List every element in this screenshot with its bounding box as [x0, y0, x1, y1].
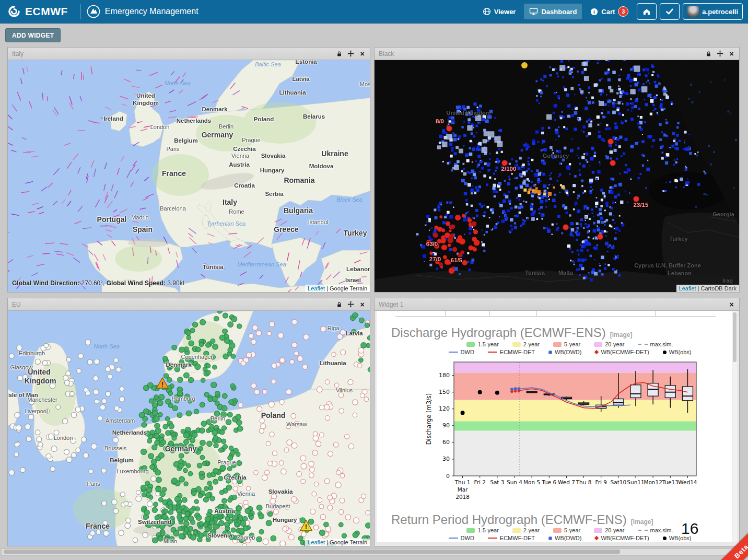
eu-map[interactable]: North SeaRigaLatviaEdinburghGlasgowCopen…	[8, 311, 370, 546]
map-label: Tunisia	[525, 270, 545, 276]
svg-text:Tue13: Tue13	[662, 479, 679, 485]
lock-icon[interactable]	[336, 50, 343, 57]
svg-text:90: 90	[442, 422, 450, 429]
map-label: Croatia	[234, 182, 255, 189]
confirm-button[interactable]	[660, 3, 680, 20]
station-value-label: 27/0	[429, 256, 441, 262]
map-label: Poland	[254, 116, 274, 122]
map-label: Paris	[166, 146, 179, 152]
widget-black-header[interactable]: Black ×	[375, 48, 739, 60]
map-label: Serbia	[265, 191, 283, 197]
map-label: Czechia	[233, 146, 255, 152]
map-label: Portugal	[97, 215, 127, 224]
widget-eu-header[interactable]: EU ×	[8, 298, 370, 311]
user-avatar	[687, 6, 699, 17]
map-label: United	[136, 92, 155, 99]
svg-text:Sat 3: Sat 3	[490, 479, 504, 485]
nav-cart[interactable]: i Cart 3	[585, 3, 634, 20]
svg-text:Wed14: Wed14	[678, 479, 697, 485]
map-label: Cyprus U.N. Buffer Zone	[634, 262, 701, 269]
widget-title: Italy	[12, 50, 24, 57]
map-label: Spain	[133, 225, 153, 234]
svg-text:60: 60	[442, 439, 450, 446]
map-label: Madrid	[131, 214, 149, 220]
svg-text:0: 0	[446, 473, 450, 480]
leaflet-link[interactable]: Leaflet	[679, 285, 696, 291]
top-bar: ECMWF Emergency Management Viewer Dashbo…	[0, 0, 748, 24]
vertical-scrollbar[interactable]	[732, 311, 737, 542]
emergency-management-logo-icon	[86, 4, 101, 19]
close-icon[interactable]: ×	[359, 50, 366, 57]
map-label: Rome	[229, 208, 244, 215]
warning-icon[interactable]: !	[156, 377, 169, 391]
map-label: Turkey	[669, 236, 687, 242]
map-label: Hungary	[260, 167, 285, 173]
svg-text:Tue 6: Tue 6	[541, 479, 556, 485]
warning-icon[interactable]: !	[299, 520, 313, 534]
map-label: Ukraine	[321, 149, 348, 158]
leaflet-link[interactable]: Leaflet	[308, 285, 325, 291]
scrollbar-thumb[interactable]	[733, 312, 737, 362]
map-label: Slovakia	[261, 153, 286, 159]
widget-one-header[interactable]: Widget 1 ×	[375, 298, 739, 311]
move-icon[interactable]	[347, 301, 354, 308]
close-icon[interactable]: ×	[728, 301, 735, 308]
svg-text:Discharge (m3/s): Discharge (m3/s)	[425, 393, 433, 445]
user-button[interactable]: a.petrocelli	[683, 3, 743, 20]
dashboard-monitor-icon	[529, 7, 538, 16]
ecmwf-brand[interactable]: ECMWF	[0, 5, 75, 18]
legend-item: 2-year	[512, 527, 540, 533]
svg-text:!: !	[305, 523, 307, 531]
map-label: Baltic Sea	[255, 61, 281, 67]
map-label: Guernsey	[543, 153, 569, 159]
check-icon	[665, 8, 674, 15]
close-icon[interactable]: ×	[728, 50, 735, 57]
svg-text:2018: 2018	[455, 494, 470, 500]
station-value-label: 63/0	[426, 241, 438, 247]
svg-text:Fri 2: Fri 2	[474, 479, 486, 485]
map-label: Israel	[345, 277, 361, 283]
map-label: Lithuania	[279, 89, 306, 96]
black-map[interactable]: United KingdomGuernseyTurkeyGeorgiaTunis…	[375, 60, 739, 292]
map-label: Istanbul	[308, 219, 329, 225]
svg-text:150: 150	[439, 389, 450, 395]
section-title-return-period: Return Period Hydrograph (ECMWF-ENS)[ima…	[391, 512, 653, 527]
legend-item: 20-year	[594, 527, 624, 533]
map-label: Austria	[229, 161, 250, 168]
move-icon[interactable]	[717, 50, 723, 57]
map-label: North Sea	[165, 80, 191, 86]
widget-italy-header[interactable]: Italy ×	[8, 48, 370, 60]
nav-viewer[interactable]: Viewer	[477, 4, 521, 19]
leaflet-link[interactable]: Leaflet	[308, 539, 325, 545]
lock-icon[interactable]	[705, 50, 712, 57]
map-label: Iraq	[722, 277, 733, 284]
section-title-discharge: Discharge Hydrograph (ECMWF-ENS)[image]	[391, 325, 632, 340]
widget-one-content[interactable]: Discharge Hydrograph (ECMWF-ENS)[image] …	[377, 311, 737, 542]
legend-item: DWD	[449, 349, 474, 355]
svg-text:Mon 5: Mon 5	[523, 479, 540, 485]
horizontal-scrollbar[interactable]	[1, 549, 747, 556]
home-button[interactable]	[637, 3, 657, 20]
map-attribution: Leaflet | CartoDB Dark	[676, 285, 739, 292]
svg-text:Thu 1: Thu 1	[454, 479, 471, 485]
move-icon[interactable]	[347, 50, 354, 57]
close-icon[interactable]: ×	[359, 301, 366, 308]
legend-item: ECMWF-DET	[488, 349, 535, 355]
map-label: Estonia	[295, 60, 317, 65]
italy-map[interactable]: Baltic SeaEstoniaNorth SeaLatviaMoscowLi…	[8, 60, 370, 292]
nav-dashboard[interactable]: Dashboard	[524, 4, 582, 19]
svg-text:Mar: Mar	[458, 486, 468, 493]
map-label: Mediterranean Sea	[237, 261, 286, 267]
add-widget-button[interactable]: ADD WIDGET	[5, 28, 61, 42]
map-label: Greece	[274, 225, 298, 234]
lock-icon[interactable]	[336, 301, 343, 308]
map-label: Prague	[242, 137, 260, 143]
map-label: Germany	[202, 131, 233, 139]
scrollbar-thumb[interactable]	[4, 550, 620, 554]
map-label: Latvia	[292, 76, 309, 82]
map-label: Moldova	[309, 163, 334, 169]
brand-name: ECMWF	[25, 5, 68, 18]
map-attribution: Leaflet | Google Terrain	[305, 539, 370, 546]
map-label: Italy	[223, 198, 237, 206]
map-label: Romania	[284, 176, 314, 184]
